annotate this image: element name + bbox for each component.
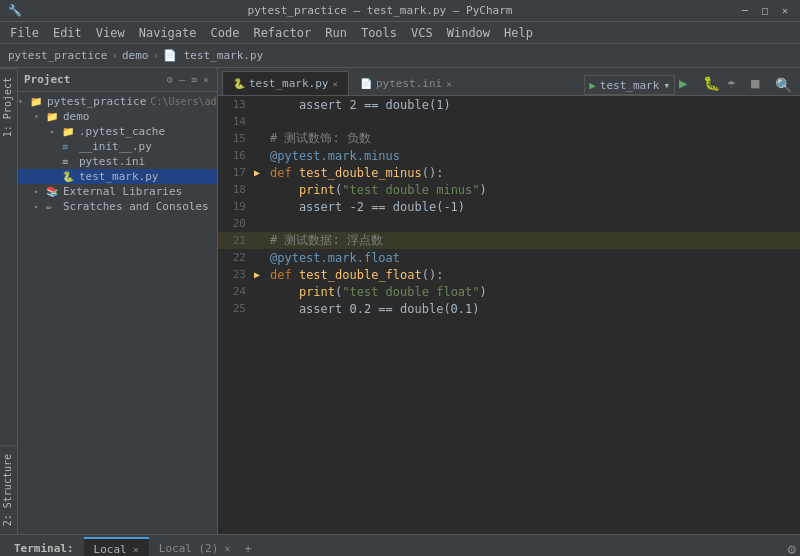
menu-vcs[interactable]: VCS xyxy=(405,24,439,42)
coverage-button[interactable]: ☂ xyxy=(727,75,747,95)
bottom-tab-local[interactable]: Local ✕ xyxy=(84,537,149,557)
ini-tab-icon: 📄 xyxy=(360,78,372,89)
maximize-button[interactable]: □ xyxy=(758,4,772,18)
menu-refactor[interactable]: Refactor xyxy=(247,24,317,42)
code-line-19: 19 assert -2 == double(-1) xyxy=(218,198,800,215)
line-number: 25 xyxy=(218,302,254,315)
python-icon: ≡ xyxy=(62,141,76,152)
tree-ext-libs[interactable]: ▸ 📚 External Libraries xyxy=(18,184,217,199)
tab-close-test-mark[interactable]: ✕ xyxy=(332,79,337,89)
code-line-17: 17 ▶ def test_double_minus(): xyxy=(218,164,800,181)
panel-title: Project xyxy=(24,73,70,86)
python-tab-icon: 🐍 xyxy=(233,78,245,89)
run-config-chevron: ▾ xyxy=(663,79,670,92)
editor-tab-test-mark[interactable]: 🐍 test_mark.py ✕ xyxy=(222,71,349,95)
tree-test-mark-label: test_mark.py xyxy=(79,170,158,183)
panel-settings-btn[interactable]: ≡ xyxy=(189,73,199,86)
bottom-tab-local2[interactable]: Local (2) ✕ xyxy=(149,537,241,557)
tree-test-mark[interactable]: 🐍 test_mark.py xyxy=(18,169,217,184)
line-content: def test_double_minus(): xyxy=(268,166,800,180)
project-tree: ▾ 📁 pytest_practice C:\Users\admini... ▾… xyxy=(18,92,217,534)
menu-tools[interactable]: Tools xyxy=(355,24,403,42)
menu-view[interactable]: View xyxy=(90,24,131,42)
title-bar-left: 🔧 xyxy=(8,4,22,17)
breadcrumb-demo[interactable]: demo xyxy=(122,49,149,62)
line-content: assert 0.2 == double(0.1) xyxy=(268,302,800,316)
tree-root-path: C:\Users\admini... xyxy=(150,96,217,107)
tree-ext-label: External Libraries xyxy=(63,185,182,198)
title-bar-title: pytest_practice – test_mark.py – PyCharm xyxy=(248,4,513,17)
tree-scratches[interactable]: ▸ ✏️ Scratches and Consoles xyxy=(18,199,217,214)
project-panel: Project ⚙ — ≡ ✕ ▾ 📁 pytest_practice C:\U… xyxy=(18,68,218,534)
tree-init[interactable]: ≡ __init__.py xyxy=(18,139,217,154)
bottom-tab-label-terminal: Terminal: xyxy=(4,537,84,557)
menu-window[interactable]: Window xyxy=(441,24,496,42)
tab-close-local[interactable]: ✕ xyxy=(133,544,139,555)
panel-close-btn[interactable]: ✕ xyxy=(201,73,211,86)
menu-edit[interactable]: Edit xyxy=(47,24,88,42)
menu-code[interactable]: Code xyxy=(205,24,246,42)
tree-init-label: __init__.py xyxy=(79,140,152,153)
code-line-14: 14 xyxy=(218,113,800,130)
menu-file[interactable]: File xyxy=(4,24,45,42)
code-line-16: 16 @pytest.mark.minus xyxy=(218,147,800,164)
tree-pytest-cache[interactable]: ▸ 📁 .pytest_cache xyxy=(18,124,217,139)
run-config-icon: ▶ xyxy=(589,79,596,92)
line-number: 13 xyxy=(218,98,254,111)
main-layout: 1: Project 2: Structure Project ⚙ — ≡ ✕ … xyxy=(0,68,800,534)
breadcrumb-sep1: › xyxy=(111,49,118,62)
libs-icon: 📚 xyxy=(46,186,60,197)
tab-close-pytest-ini[interactable]: ✕ xyxy=(446,79,451,89)
line-number: 20 xyxy=(218,217,254,230)
tree-ini-label: pytest.ini xyxy=(79,155,145,168)
stop-button[interactable]: ■ xyxy=(751,75,771,95)
line-content: @pytest.mark.float xyxy=(268,251,800,265)
run-config-dropdown[interactable]: ▶ test_mark ▾ xyxy=(584,75,675,95)
code-line-20: 20 xyxy=(218,215,800,232)
editor-tab-pytest-ini[interactable]: 📄 pytest.ini ✕ xyxy=(349,71,463,95)
title-bar-controls: ─ □ ✕ xyxy=(738,4,792,18)
code-line-25: 25 assert 0.2 == double(0.1) xyxy=(218,300,800,317)
tree-demo[interactable]: ▾ 📁 demo xyxy=(18,109,217,124)
tab-close-local2[interactable]: ✕ xyxy=(224,543,230,554)
close-button[interactable]: ✕ xyxy=(778,4,792,18)
breadcrumb: pytest_practice › demo › 📄 test_mark.py xyxy=(0,44,800,68)
bottom-tab-add[interactable]: + xyxy=(240,542,255,556)
breadcrumb-root[interactable]: pytest_practice xyxy=(8,49,107,62)
line-number: 16 xyxy=(218,149,254,162)
search-button[interactable]: 🔍 xyxy=(775,77,792,93)
sidebar-tab-structure[interactable]: 2: Structure xyxy=(0,445,17,534)
run-button[interactable]: ▶ xyxy=(679,75,699,95)
line-content: # 测试数饰: 负数 xyxy=(268,130,800,147)
run-config-label: test_mark xyxy=(600,79,660,92)
breadcrumb-file[interactable]: 📄 test_mark.py xyxy=(163,49,263,62)
menu-help[interactable]: Help xyxy=(498,24,539,42)
line-arrow: ▶ xyxy=(254,269,268,280)
code-line-15: 15 # 测试数饰: 负数 xyxy=(218,130,800,147)
code-editor[interactable]: 13 assert 2 == double(1) 14 15 # 测试数饰: 负… xyxy=(218,96,800,534)
tab-label-pytest-ini: pytest.ini xyxy=(376,77,442,90)
folder-icon: 📁 xyxy=(62,126,76,137)
panel-toolbar: ⚙ — ≡ ✕ xyxy=(165,73,211,86)
line-number: 15 xyxy=(218,132,254,145)
debug-button[interactable]: 🐛 xyxy=(703,75,723,95)
folder-icon: 📁 xyxy=(46,111,60,122)
line-number: 22 xyxy=(218,251,254,264)
panel-sync-btn[interactable]: ⚙ xyxy=(165,73,175,86)
tree-pytest-ini[interactable]: ≡ pytest.ini xyxy=(18,154,217,169)
sidebar-tabs: 1: Project 2: Structure xyxy=(0,68,18,534)
panel-collapse-btn[interactable]: — xyxy=(177,73,187,86)
tree-root[interactable]: ▾ 📁 pytest_practice C:\Users\admini... xyxy=(18,94,217,109)
line-number: 19 xyxy=(218,200,254,213)
line-content: assert -2 == double(-1) xyxy=(268,200,800,214)
line-number: 24 xyxy=(218,285,254,298)
menu-run[interactable]: Run xyxy=(319,24,353,42)
minimize-button[interactable]: ─ xyxy=(738,4,752,18)
tree-arrow: ▸ xyxy=(50,127,62,136)
code-line-18: 18 print("test double minus") xyxy=(218,181,800,198)
sidebar-tab-project[interactable]: 1: Project xyxy=(0,68,17,145)
app-icon: 🔧 xyxy=(8,4,22,17)
code-line-13: 13 assert 2 == double(1) xyxy=(218,96,800,113)
bottom-settings-btn[interactable]: ⚙ xyxy=(788,541,796,557)
menu-navigate[interactable]: Navigate xyxy=(133,24,203,42)
